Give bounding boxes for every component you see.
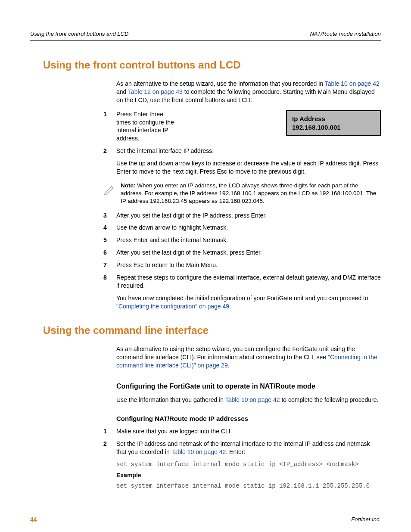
step-text: Press Esc to return to the Main Menu. (116, 261, 381, 269)
step-number: 1 (103, 427, 116, 436)
sub1-text: Use the information that you gathered in… (116, 396, 381, 404)
header-left: Using the front control buttons and LCD (30, 30, 128, 38)
note-icon (103, 182, 116, 198)
subheading-configure-nat: Configuring the FortiGate unit to operat… (116, 382, 381, 391)
step-8: 8 Repeat these steps to configure the ex… (103, 274, 381, 290)
lcd-display: Ip Address 192.168.100.001 (286, 110, 381, 137)
step-number: 2 (103, 440, 116, 456)
link-completing-config[interactable]: "Completing the configuration" on page 4… (116, 303, 229, 310)
code-example: set system interface internal mode stati… (116, 482, 381, 490)
step-text: Use the down arrow to highlight Netmask. (116, 224, 381, 232)
step-7: 7 Press Esc to return to the Main Menu. (103, 261, 381, 269)
footer-company: Fortinet Inc. (351, 516, 381, 524)
link-table-10-b[interactable]: Table 10 on page 42 (225, 396, 280, 403)
step-text: After you set the last digit of the Netm… (116, 249, 381, 257)
note-text: Note: When you enter an IP address, the … (121, 182, 381, 205)
step-1: 1 Press Enter three times to configure t… (103, 110, 277, 143)
step-4: 4 Use the down arrow to highlight Netmas… (103, 224, 381, 232)
link-table-12[interactable]: Table 12 on page 43 (128, 88, 183, 95)
page-footer: 44 Fortinet Inc. (30, 512, 381, 524)
step-text: Repeat these steps to configure the exte… (116, 274, 381, 290)
step-2-detail: Use the up and down arrow keys to increa… (116, 159, 381, 176)
example-label: Example (116, 471, 381, 479)
step-text: Set the internal interface IP address. (116, 147, 381, 155)
section-heading-cli: Using the command line interface (43, 324, 381, 337)
step-text: Make sure that you are logged into the C… (116, 427, 381, 436)
running-header: Using the front control buttons and LCD … (30, 30, 381, 41)
step-number: 6 (103, 249, 116, 257)
step-6: 6 After you set the last digit of the Ne… (103, 249, 381, 257)
step-number: 1 (103, 110, 116, 143)
cli-step-1: 1 Make sure that you are logged into the… (103, 427, 381, 436)
link-table-10[interactable]: Table 10 on page 42 (325, 80, 380, 87)
step-2: 2 Set the internal interface IP address. (103, 147, 381, 155)
section-heading-lcd: Using the front control buttons and LCD (43, 58, 381, 72)
step-number: 3 (103, 212, 116, 220)
step-number: 4 (103, 224, 116, 232)
step-5: 5 Press Enter and set the internal Netma… (103, 236, 381, 244)
section1-intro: As an alternative to the setup wizard, u… (116, 80, 381, 104)
link-table-10-c[interactable]: Table 10 on page 42 (171, 448, 226, 455)
section1-closing: You have now completed the initial confi… (116, 294, 381, 311)
lcd-line-2: 192.168.100.001 (292, 123, 375, 132)
page-number: 44 (30, 516, 37, 524)
code-set-interface: set system interface internal mode stati… (116, 460, 381, 469)
cli-step-2: 2 Set the IP address and netmask of the … (103, 440, 381, 456)
subheading-configure-ip: Configuring NAT/Route mode IP addresses (116, 414, 381, 423)
step-number: 2 (103, 147, 116, 155)
step-text: Press Enter three times to configure the… (116, 110, 277, 143)
step-number: 7 (103, 261, 116, 269)
step-text: Set the IP address and netmask of the in… (116, 440, 381, 456)
step-text: Press Enter and set the internal Netmask… (116, 236, 381, 244)
step-text: After you set the last digit of the IP a… (116, 212, 381, 220)
lcd-line-1: Ip Address (292, 115, 375, 123)
note-block: Note: When you enter an IP address, the … (103, 182, 381, 205)
header-right: NAT/Route mode installation (310, 30, 381, 38)
section2-intro: As an alternative to using the setup wiz… (116, 345, 381, 370)
step-number: 8 (103, 274, 116, 290)
step-3: 3 After you set the last digit of the IP… (103, 212, 381, 220)
step-number: 5 (103, 236, 116, 244)
